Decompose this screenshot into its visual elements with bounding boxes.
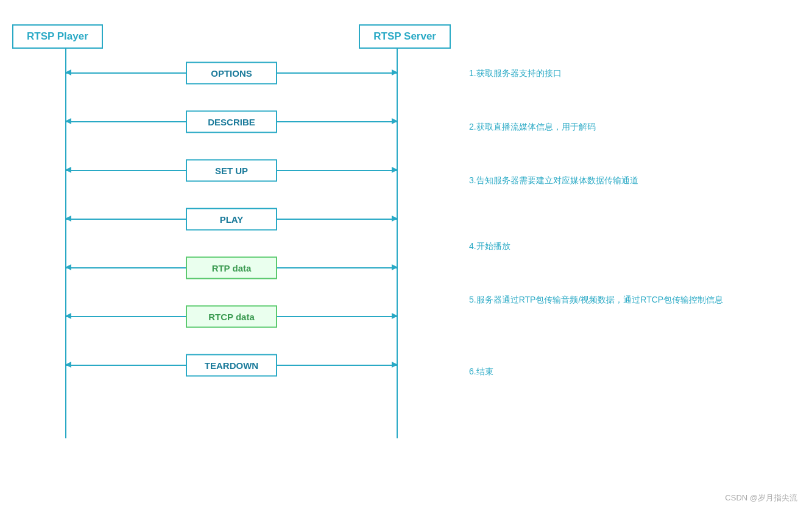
- message-row-setup: SET UP: [12, 146, 451, 195]
- msg-options: OPTIONS: [186, 62, 277, 85]
- message-row-describe: DESCRIBE: [12, 97, 451, 146]
- annotation-3: 3.告知服务器需要建立对应媒体数据传输通道: [469, 174, 800, 229]
- annotation-4: 4.开始播放: [469, 240, 800, 282]
- message-row-rtcp: RTCP data: [12, 292, 451, 341]
- msg-describe: DESCRIBE: [186, 111, 277, 133]
- message-row-play: PLAY: [12, 195, 451, 244]
- msg-play: PLAY: [186, 208, 277, 231]
- msg-teardown: TEARDOWN: [186, 354, 277, 377]
- actors-row: RTSP Player RTSP Server: [12, 24, 451, 49]
- lifelines-messages: OPTIONS DESCRIBE SET UP PLAY RTP data: [12, 49, 451, 438]
- msg-rtp: RTP data: [186, 257, 277, 279]
- actor-server: RTSP Server: [359, 24, 451, 49]
- watermark: CSDN @岁月指尖流: [725, 493, 797, 503]
- annotations-area: 1.获取服务器支持的接口 2.获取直播流媒体信息，用于解码 3.告知服务器需要建…: [451, 18, 800, 419]
- sequence-area: RTSP Player RTSP Server OPTIONS DESCRIBE…: [12, 18, 451, 438]
- annotation-2: 2.获取直播流媒体信息，用于解码: [469, 121, 800, 163]
- diagram-container: RTSP Player RTSP Server OPTIONS DESCRIBE…: [0, 0, 812, 512]
- message-row-rtp: RTP data: [12, 244, 451, 292]
- message-row-teardown: TEARDOWN: [12, 341, 451, 390]
- annotation-1: 1.获取服务器支持的接口: [469, 67, 800, 110]
- annotation-6: 6.结束: [469, 365, 800, 408]
- msg-setup: SET UP: [186, 160, 277, 182]
- actor-player: RTSP Player: [12, 24, 103, 49]
- annotation-5: 5.服务器通过RTP包传输音频/视频数据，通过RTCP包传输控制信息: [469, 293, 800, 354]
- msg-rtcp: RTCP data: [186, 306, 277, 328]
- message-row-options: OPTIONS: [12, 49, 451, 97]
